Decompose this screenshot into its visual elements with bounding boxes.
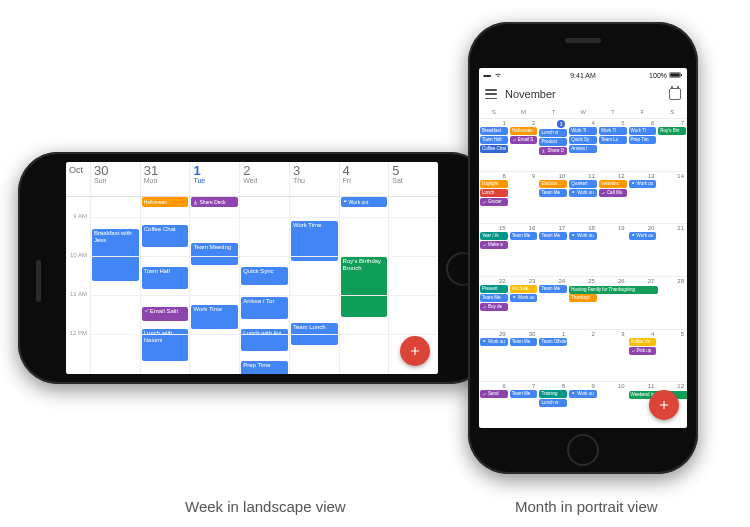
month-event-chip[interactable]: Quick Sy — [569, 136, 597, 144]
month-event-chip[interactable]: Town Hall — [480, 136, 508, 144]
month-event-chip[interactable]: Work Ti — [629, 127, 657, 135]
calendar-event[interactable]: Email Salit — [142, 307, 189, 321]
month-event-chip[interactable]: Thanksgi — [569, 294, 597, 302]
calendar-event[interactable]: Town Hall — [142, 267, 189, 289]
calendar-event[interactable]: Quick Sync — [241, 267, 288, 285]
calendar-event[interactable]: Lunch with Avi — [241, 329, 288, 351]
create-event-fab[interactable] — [400, 336, 430, 366]
month-day-cell[interactable]: 9Work ou — [568, 382, 598, 428]
calendar-event[interactable]: Work Time — [191, 305, 238, 329]
month-day-cell[interactable]: 5 — [657, 330, 687, 382]
month-event-chip[interactable]: Present — [480, 285, 508, 293]
month-day-cell[interactable]: 25Thanksgi — [568, 277, 598, 329]
month-event-chip[interactable]: Training — [539, 390, 567, 398]
month-day-cell[interactable]: 2 — [568, 330, 598, 382]
allday-cell[interactable] — [239, 197, 289, 211]
allday-cell[interactable] — [388, 197, 438, 211]
create-event-fab[interactable] — [649, 390, 679, 420]
month-day-cell[interactable]: 1Team Offsite — [538, 330, 568, 382]
week-day-header[interactable]: 30Sun — [90, 162, 140, 196]
month-day-cell[interactable]: 29Work ou — [479, 330, 509, 382]
week-hour-grid[interactable]: 9 AM10 AM11 AM12 PM Breakfast with JessC… — [66, 211, 438, 374]
week-day-column[interactable]: Work TimeTeam Lunch — [289, 211, 339, 374]
week-day-header[interactable]: 3Thu — [289, 162, 339, 196]
month-day-cell[interactable]: 9 — [509, 172, 539, 224]
calendar-event[interactable]: Prep Time — [241, 361, 288, 374]
allday-event-chip[interactable]: Work out — [341, 197, 388, 207]
allday-event-chip[interactable]: Halloween — [142, 197, 189, 207]
month-event-chip[interactable]: Team Me — [539, 232, 567, 240]
month-day-cell[interactable]: 2HalloweenEmail S — [509, 119, 539, 171]
month-day-cell[interactable]: 17Team Me — [538, 224, 568, 276]
calendar-event[interactable]: Coffee Chat — [142, 225, 189, 247]
month-event-chip[interactable]: Send — [480, 390, 508, 398]
month-day-cell[interactable]: 6Work TiPrep Tim — [628, 119, 658, 171]
month-day-cell[interactable]: 23Avi SaleWork ou — [509, 277, 539, 329]
month-day-cell[interactable]: 8DaylightLunchGrocer — [479, 172, 509, 224]
month-day-cell[interactable]: 16Team Me — [509, 224, 539, 276]
month-day-cell[interactable]: 1BreakfastTown HallCoffee Chat — [479, 119, 509, 171]
week-day-header[interactable]: 1Tue — [189, 162, 239, 196]
month-day-cell[interactable]: 27 — [628, 277, 658, 329]
month-day-cell[interactable]: 19 — [598, 224, 628, 276]
month-event-chip[interactable]: Work ou — [480, 338, 508, 346]
month-day-cell[interactable]: 7Team Me — [509, 382, 539, 428]
month-event-chip[interactable]: Share D — [539, 147, 567, 155]
month-day-cell[interactable]: 28 — [657, 277, 687, 329]
month-day-cell[interactable]: 26 — [598, 277, 628, 329]
month-grid[interactable]: 1BreakfastTown HallCoffee Chat2Halloween… — [479, 119, 687, 428]
week-day-header[interactable]: 31Mon — [140, 162, 190, 196]
month-event-chip[interactable]: Veterans — [599, 180, 627, 188]
month-day-cell[interactable]: 3 — [598, 330, 628, 382]
month-event-chip[interactable]: Halloween — [510, 127, 538, 135]
calendar-event[interactable]: Work Time — [291, 221, 338, 261]
week-day-column[interactable]: Team MeetingWork Time — [189, 211, 239, 374]
month-day-cell[interactable]: 6Send — [479, 382, 509, 428]
month-event-chip[interactable]: Call Mo — [599, 189, 627, 197]
week-day-header[interactable]: 4Fri — [339, 162, 389, 196]
month-event-chip[interactable]: Team Me — [510, 390, 538, 398]
month-event-chip[interactable]: Lunch w — [539, 129, 567, 137]
month-event-chip[interactable]: Year / Ar — [480, 232, 508, 240]
week-day-header[interactable]: 5Sat — [388, 162, 438, 196]
month-event-chip[interactable]: Team Me — [510, 338, 538, 346]
calendar-event[interactable]: Breakfast with Jess — [92, 229, 139, 281]
month-event-chip[interactable]: Grocer — [480, 198, 508, 206]
month-day-cell[interactable]: 22PresentTeam MeBuy de — [479, 277, 509, 329]
week-day-column[interactable]: Coffee ChatTown HallEmail SalitLunch wit… — [140, 211, 190, 374]
month-day-cell[interactable]: 10ElectionTeam Me — [538, 172, 568, 224]
month-event-chip[interactable]: AviBot Va — [629, 338, 657, 346]
month-event-chip[interactable]: Roy's Birt — [658, 127, 686, 135]
month-day-cell[interactable]: 4Work TiQuick SyAnissa / — [568, 119, 598, 171]
month-event-chip[interactable]: Breakfast — [480, 127, 508, 135]
month-event-chip[interactable]: Work ou — [569, 189, 597, 197]
month-event-chip[interactable]: Work ou — [510, 294, 538, 302]
month-event-chip[interactable]: Prep Tim — [629, 136, 657, 144]
month-event-chip[interactable]: Work Ti — [569, 127, 597, 135]
calendar-event[interactable]: Anissa / Tor — [241, 297, 288, 319]
month-event-chip[interactable]: Lunch — [480, 189, 508, 197]
month-day-cell[interactable]: 7Roy's Birt — [657, 119, 687, 171]
month-event-chip[interactable]: Team Me — [480, 294, 508, 302]
month-event-chip[interactable]: Team Me — [539, 285, 567, 293]
allday-cell[interactable] — [289, 197, 339, 211]
month-day-cell[interactable]: 20Work ou — [628, 224, 658, 276]
month-day-cell[interactable]: 3Lunch wProductShare D — [538, 119, 568, 171]
allday-cell[interactable] — [90, 197, 140, 211]
month-event-chip[interactable]: Work ou — [629, 232, 657, 240]
month-event-chip[interactable]: Avi Sale — [510, 285, 538, 293]
month-event-chip[interactable]: Coffee Chat — [480, 145, 508, 153]
month-day-cell[interactable]: 21 — [657, 224, 687, 276]
calendar-event[interactable]: Roy's Birthday Brunch — [341, 257, 388, 317]
month-event-chip[interactable]: Pick up — [629, 347, 657, 355]
month-event-chip[interactable]: Buy de — [480, 303, 508, 311]
month-day-cell[interactable]: 18Work ou — [568, 224, 598, 276]
month-day-cell[interactable]: 13Work ou — [628, 172, 658, 224]
month-day-cell[interactable]: 15Year / ArMake a — [479, 224, 509, 276]
home-button[interactable] — [567, 434, 599, 466]
month-event-chip[interactable]: Work ou — [569, 232, 597, 240]
appbar-title[interactable]: November — [505, 88, 669, 100]
week-day-column[interactable]: Quick SyncAnissa / TorLunch with AviPrep… — [239, 211, 289, 374]
month-event-chip[interactable]: Daylight — [480, 180, 508, 188]
month-day-cell[interactable]: 4AviBot VaPick up — [628, 330, 658, 382]
